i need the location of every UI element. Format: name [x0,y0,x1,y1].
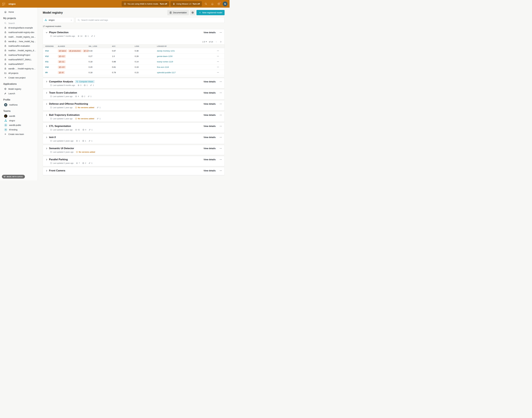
sidebar-item-profile[interactable]: Nnoahluna [0,103,38,107]
expand-chevron[interactable] [45,80,48,83]
view-details-link[interactable]: View details [203,114,216,116]
sidebar-project-item[interactable]: ttl-testing/artifacts-example [0,25,38,30]
expand-chevron[interactable] [45,125,48,128]
ellipsis-icon [219,114,222,116]
model-title[interactable]: test-3 [49,136,56,139]
expand-chevron[interactable] [45,136,48,139]
settings-button[interactable] [190,10,195,15]
sidebar-project-item[interactable]: wandb-… /model-registry-tut… [0,66,38,71]
model-title[interactable]: Player Detection [49,31,69,34]
row-menu-button[interactable] [217,66,225,68]
view-details-link[interactable]: View details [203,158,216,161]
version-link[interactable]: V9 [45,71,47,74]
overflow-menu-button[interactable] [219,136,222,139]
sidebar-item-launch[interactable]: Launch [0,91,38,96]
view-details-link[interactable]: View details [203,81,216,83]
sidebar-project-item[interactable]: noahlun…/model_registry_d… [0,48,38,53]
sidebar-search[interactable] [0,21,38,25]
view-details-link[interactable]: View details [203,31,216,34]
overflow-menu-button[interactable] [219,80,222,83]
collapse-chevron[interactable] [45,31,48,34]
documentation-button[interactable]: Documentation [167,10,189,15]
expand-chevron[interactable] [45,158,48,161]
page-size-dropdown[interactable]: 1-5 [202,41,207,43]
expand-chevron[interactable] [45,147,48,150]
expand-chevron[interactable] [45,169,48,172]
sidebar-project-item[interactable]: noahl… /model_registry_wal… [0,35,38,39]
row-menu-button[interactable] [217,55,225,57]
expand-chevron[interactable] [45,103,48,105]
sidebar-team-singco[interactable]: singco [0,118,38,123]
run-link[interactable]: splendid-puddle-1117 [157,71,176,74]
model-title[interactable]: Competitor Analysis [49,80,73,83]
sidebar-item-create-project[interactable]: Create new project [0,75,38,80]
model-title[interactable]: Parallel Parking [49,158,68,161]
row-menu-button[interactable] [217,50,225,52]
overflow-menu-button[interactable] [219,158,222,161]
admin-turn-off-link[interactable]: Turn off [160,3,167,5]
sidebar-item-create-team[interactable]: Create new team [0,132,38,136]
sidebar-item-all-projects[interactable]: All projects [0,71,38,75]
row-menu-button[interactable] [217,60,225,63]
help-button[interactable] [216,1,221,6]
version-link[interactable]: V10 [45,66,49,68]
sidebar-project-item[interactable]: noahluna/llm-evaluation [0,44,38,48]
model-title[interactable]: Semantic UI Detector [49,147,74,150]
sidebar-project-item[interactable]: wandb-p… /new_model_logg… [0,39,38,44]
model-title[interactable]: Team Score Calculation [49,91,77,94]
sidebar-project-item[interactable]: noahluna/MNIST [0,62,38,66]
run-link[interactable]: fine-eon-1118 [157,66,169,68]
overflow-menu-button[interactable] [219,103,222,105]
version-link[interactable]: V12 [45,55,49,57]
overflow-menu-button[interactable] [219,169,222,172]
overflow-menu-button[interactable] [219,114,222,116]
model-title[interactable]: Defense and Offense Positioning [49,103,88,105]
expand-chevron[interactable] [45,114,48,116]
entity-select-dropdown[interactable]: singco [43,17,74,23]
view-details-link[interactable]: View details [203,136,216,139]
notifications-button[interactable] [210,1,215,6]
col-logged-by: LOGGED BY [157,44,217,48]
run-link[interactable]: toasty-vortex-1119 [157,61,173,63]
view-details-link[interactable]: View details [203,92,216,94]
view-details-link[interactable]: View details [203,147,216,150]
sidebar-team-ttl-testing[interactable]: ttl-testing [0,127,38,132]
sidebar-project-item[interactable]: noahluna/TestingProject [0,53,38,57]
wandb-logo[interactable]: singco [2,2,15,6]
ellipsis-icon [217,55,219,57]
overflow-menu-button[interactable] [219,31,222,34]
sidebar-team-wandb-public[interactable]: wandb-public [0,123,38,127]
sidebar-item-home[interactable]: Home [0,10,38,14]
view-details-link[interactable]: View details [203,170,216,172]
view-details-link[interactable]: View details [203,125,216,127]
tag-chip-computer-vision[interactable]: Computer Vision [75,80,95,83]
overflow-menu-button[interactable] [219,92,222,94]
weave-turn-off-link[interactable]: Turn off [192,3,200,5]
run-link[interactable]: genial-dawn-1150 [157,55,172,57]
sidebar-team-wandb[interactable]: wandb [0,114,38,118]
overflow-menu-button[interactable] [219,147,222,150]
user-avatar[interactable]: N [223,1,227,6]
teams-heading: Teams [0,110,38,113]
model-title[interactable]: Front Camera [49,169,65,172]
sidebar-search-input[interactable] [8,22,30,24]
sidebar-project-item[interactable]: noahluna/MNIST_SMALL [0,57,38,62]
search-button[interactable] [203,1,208,6]
prev-page-button[interactable] [215,41,218,43]
folder-icon [4,72,7,74]
model-title[interactable]: CTL Segmentation [49,125,71,128]
expand-chevron[interactable] [45,92,48,94]
next-page-button[interactable] [220,41,222,43]
view-details-link[interactable]: View details [203,103,216,105]
row-menu-button[interactable] [217,71,225,74]
sidebar-project-item[interactable]: noahluna/model-registry-dev [0,30,38,35]
sidebar-item-model-registry[interactable]: Model registry [0,87,38,91]
model-title[interactable]: Ball Trajectory Estimation [49,114,80,116]
run-link[interactable]: dandy-monkey-1151 [157,50,175,52]
model-search-input[interactable] [81,19,223,21]
new-registered-model-button[interactable]: New registered model [196,10,225,15]
version-link[interactable]: V11 [45,61,48,63]
overflow-menu-button[interactable] [219,125,222,128]
version-link[interactable]: V13 [45,50,49,52]
clock-icon [50,35,52,37]
